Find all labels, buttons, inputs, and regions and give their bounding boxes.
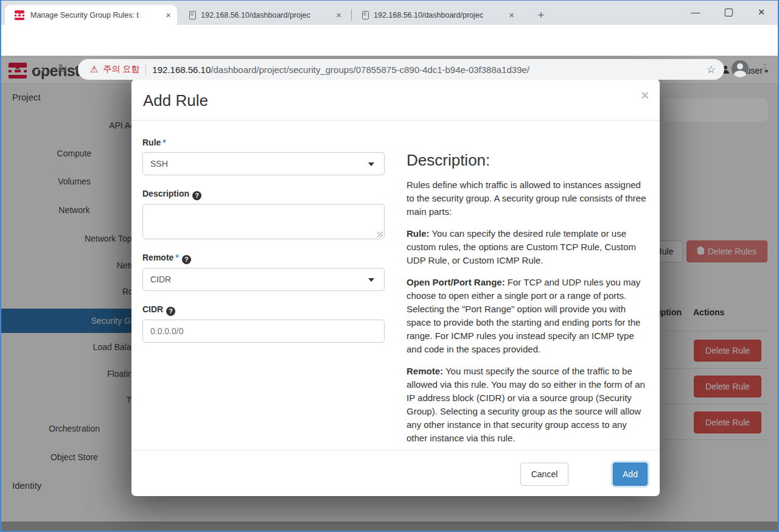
modal-footer: Cancel Add [131, 450, 660, 496]
add-button[interactable]: Add [613, 463, 648, 486]
tab-title: 192.168.56.10/dashboard/projec [374, 11, 505, 19]
remote-select-value: CIDR [150, 275, 171, 284]
tab-separator [351, 9, 352, 21]
cidr-input[interactable] [142, 320, 385, 343]
paragraph-lead: Open Port/Port Range: [407, 277, 505, 287]
openstack-favicon-icon [15, 10, 24, 20]
tab-close-icon[interactable]: × [336, 10, 341, 20]
tab-manage-security-group-rules[interactable]: Manage Security Group Rules: t × [5, 5, 177, 25]
add-rule-form: Rule* SSH Description? Remote*? CIDR CID… [142, 121, 385, 343]
help-panel: Description: Rules define which traffic … [407, 121, 649, 445]
window-maximize-button[interactable]: ▢ [714, 4, 742, 21]
description-label: Description? [142, 189, 385, 199]
paragraph-lead: Remote: [407, 366, 443, 376]
paragraph-text: Rules define which traffic is allowed to… [407, 180, 646, 217]
add-rule-modal: Add Rule × Rule* SSH Description? Remote… [131, 79, 660, 496]
url-path: /dashboard/project/security_groups/07855… [211, 65, 529, 75]
cancel-button[interactable]: Cancel [520, 463, 568, 486]
remote-label-text: Remote [142, 253, 173, 262]
tab-close-icon[interactable]: × [509, 10, 514, 20]
help-heading: Description: [407, 151, 649, 170]
cidr-label-text: CIDR [142, 304, 163, 314]
modal-header: Add Rule × [131, 79, 660, 121]
address-separator [145, 64, 146, 75]
paragraph-text: You must specify the source of the traff… [407, 366, 645, 443]
forward-icon[interactable]: → [34, 61, 46, 75]
paragraph-text: For TCP and UDP rules you may choose to … [407, 277, 640, 354]
help-icon[interactable]: ? [166, 307, 175, 316]
modal-body: Rule* SSH Description? Remote*? CIDR CID… [131, 121, 660, 450]
paragraph-text: You can specify the desired rule templat… [407, 228, 636, 265]
tab-title: Manage Security Group Rules: t [30, 11, 162, 19]
url-host: 192.168.56.10 [152, 65, 211, 75]
rule-select-value: SSH [150, 159, 168, 169]
remote-select[interactable]: CIDR [142, 268, 385, 291]
help-icon[interactable]: ? [182, 255, 191, 264]
remote-label: Remote*? [142, 253, 385, 263]
reload-icon[interactable]: ↻ [58, 61, 68, 75]
page-icon [362, 11, 369, 19]
security-warning-text[interactable]: 주의 요함 [103, 64, 139, 75]
help-icon[interactable]: ? [192, 191, 201, 200]
browser-chrome: Manage Security Group Rules: t × 192.168… [0, 0, 779, 56]
rule-label-text: Rule [142, 138, 161, 147]
modal-title: Add Rule [143, 91, 208, 110]
profile-avatar[interactable] [732, 60, 749, 77]
cidr-label: CIDR? [142, 304, 385, 315]
rule-label: Rule* [142, 138, 385, 147]
description-label-text: Description [142, 189, 189, 198]
window-minimize-button[interactable]: — [682, 4, 710, 21]
url-text: 192.168.56.10/dashboard/project/security… [152, 65, 701, 75]
page-icon [189, 11, 196, 19]
required-asterisk: * [175, 253, 178, 262]
help-paragraph: Rules define which traffic is allowed to… [407, 178, 649, 219]
back-icon[interactable]: ← [12, 61, 24, 75]
browser-toolbar: ← → ↻ ⚠ 주의 요함 192.168.56.10/dashboard/pr… [0, 25, 779, 56]
tab-close-icon[interactable]: × [166, 10, 171, 20]
chevron-down-icon [368, 163, 374, 166]
tab-dashboard-project-2[interactable]: 192.168.56.10/dashboard/projec × [182, 5, 348, 25]
tab-title: 192.168.56.10/dashboard/projec [201, 11, 332, 19]
description-textarea[interactable] [142, 204, 385, 239]
bookmark-star-icon[interactable]: ☆ [707, 63, 716, 76]
address-bar[interactable]: ⚠ 주의 요함 192.168.56.10/dashboard/project/… [78, 59, 724, 80]
required-asterisk: * [162, 138, 166, 147]
paragraph-lead: Rule: [407, 228, 430, 239]
rule-select[interactable]: SSH [142, 152, 385, 175]
new-tab-button[interactable]: + [533, 9, 550, 22]
help-paragraph: Open Port/Port Range: For TCP and UDP ru… [407, 276, 649, 356]
security-warning-icon[interactable]: ⚠ [90, 64, 98, 75]
chevron-down-icon [368, 278, 374, 282]
resize-grip[interactable] [377, 232, 383, 237]
browser-menu-icon[interactable]: ⋮ [760, 61, 770, 74]
help-paragraph: Rule: You can specify the desired rule t… [407, 227, 649, 267]
window-close-button[interactable]: × [747, 4, 775, 21]
tab-dashboard-project-3[interactable]: 192.168.56.10/dashboard/projec × [355, 5, 520, 25]
close-icon[interactable]: × [641, 88, 649, 103]
help-paragraph: Remote: You must specify the source of t… [407, 365, 649, 445]
